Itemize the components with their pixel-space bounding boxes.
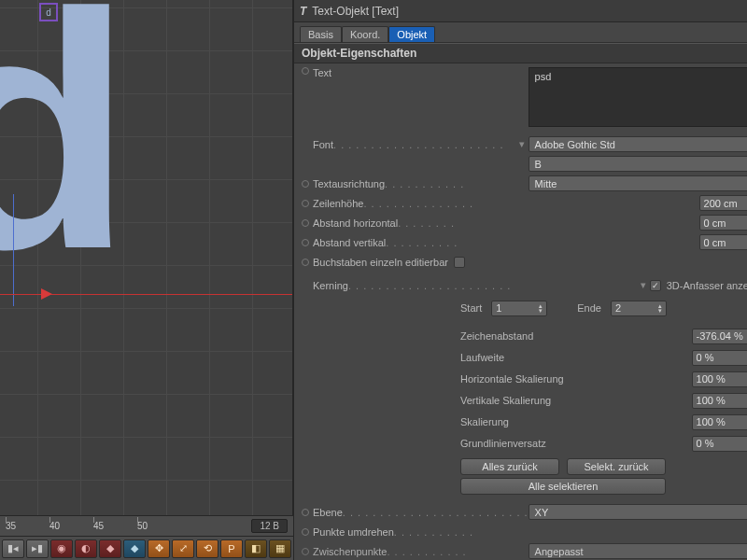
key-options-icon[interactable]: ▦ bbox=[269, 539, 291, 558]
label-charspace: Zeichenabstand bbox=[460, 330, 584, 342]
axis-y-icon bbox=[13, 194, 14, 306]
kerning-start-field[interactable]: 1▴▾ bbox=[491, 301, 547, 316]
label-align: Textausrichtung bbox=[313, 178, 385, 189]
vscale-field[interactable]: 100 %▴▾ bbox=[692, 393, 747, 409]
anim-dot-icon[interactable] bbox=[302, 259, 309, 266]
anim-dot-icon[interactable] bbox=[302, 528, 309, 536]
text-mesh-preview[interactable]: d bbox=[0, 0, 129, 299]
label-scale: Skalierung bbox=[460, 416, 584, 427]
label-intermediate: Zwischenpunkte bbox=[313, 546, 388, 557]
plane-select[interactable]: XY▾ bbox=[529, 504, 747, 520]
kerning-disclosure-icon[interactable]: ▾ bbox=[641, 279, 650, 291]
lineheight-field[interactable]: 200 cm▴▾ bbox=[699, 195, 747, 211]
attribute-header: T Text-Objekt [Text] bbox=[294, 0, 747, 22]
axis-x-arrow-icon[interactable] bbox=[41, 288, 52, 300]
goto-end-button[interactable]: ▸▮ bbox=[26, 539, 49, 558]
selection-handle[interactable]: d bbox=[39, 3, 58, 21]
attribute-manager: T Text-Objekt [Text] Basis Koord. Objekt… bbox=[293, 0, 747, 560]
timeline-ruler[interactable]: 35 40 45 50 12 B bbox=[0, 515, 293, 536]
autokey-button[interactable]: ◐ bbox=[75, 539, 97, 558]
reset-selected-button[interactable]: Selekt. zurück bbox=[567, 458, 666, 475]
key-selection-button[interactable]: ◆ bbox=[123, 539, 146, 558]
timeline-toolbar: ▮◂ ▸▮ ◉ ◐ ◆ ◆ ✥ ⤢ ⟲ P ◧ ▦ bbox=[0, 536, 293, 560]
viewport-3d[interactable]: d d bbox=[0, 0, 293, 515]
key-pla-icon[interactable]: ◧ bbox=[245, 539, 267, 558]
label-edit-single: Buchstaben einzeln editierbar bbox=[313, 257, 448, 268]
ruler-tick: 50 bbox=[137, 521, 181, 531]
label-kerning-start: Start bbox=[460, 302, 482, 314]
hscale-field[interactable]: 100 %▴▾ bbox=[692, 371, 747, 387]
edit-single-checkbox[interactable] bbox=[454, 257, 465, 268]
charspace-field[interactable]: -376.04 %▴▾ bbox=[692, 329, 747, 344]
reset-all-button[interactable]: Alles zurück bbox=[460, 458, 559, 475]
key-position-icon[interactable]: ✥ bbox=[148, 539, 170, 558]
key-rotation-icon[interactable]: ⟲ bbox=[196, 539, 218, 558]
label-baseline: Grundlinienversatz bbox=[460, 438, 584, 449]
label-hscale: Horizontale Skalierung bbox=[460, 373, 584, 385]
object-title: Text-Objekt [Text] bbox=[312, 5, 399, 18]
label-font: Font bbox=[313, 139, 333, 150]
anim-dot-icon[interactable] bbox=[302, 239, 309, 246]
baseline-field[interactable]: 0 %▴▾ bbox=[692, 436, 747, 452]
text-content-input[interactable] bbox=[529, 67, 747, 127]
vspace-field[interactable]: 0 cm▴▾ bbox=[699, 234, 747, 250]
text-align-select[interactable]: Mitte▾ bbox=[529, 175, 747, 191]
label-text: Text bbox=[313, 67, 331, 78]
anim-dot-icon[interactable] bbox=[302, 548, 309, 555]
frame-count-field[interactable]: 12 B bbox=[251, 519, 288, 533]
kerning-end-field[interactable]: 2▴▾ bbox=[611, 301, 667, 316]
goto-start-button[interactable]: ▮◂ bbox=[2, 539, 24, 558]
label-vscale: Vertikale Skalierung bbox=[460, 395, 584, 406]
intermediate-select[interactable]: Angepasst▾ bbox=[529, 543, 747, 559]
record-button[interactable]: ◉ bbox=[50, 539, 73, 558]
font-family-select[interactable]: Adobe Gothic Std▾ bbox=[529, 136, 747, 152]
anim-dot-icon[interactable] bbox=[302, 219, 309, 227]
ruler-tick: 35 bbox=[6, 521, 49, 531]
label-plane: Ebene bbox=[313, 507, 343, 518]
label-reverse-points: Punkte umdrehen bbox=[313, 526, 394, 538]
label-tracking: Laufweite bbox=[460, 352, 584, 363]
attribute-tabs: Basis Koord. Objekt bbox=[294, 22, 747, 43]
tab-koord[interactable]: Koord. bbox=[342, 26, 388, 42]
anim-dot-icon[interactable] bbox=[302, 200, 309, 207]
anim-dot-icon[interactable] bbox=[302, 509, 309, 516]
tracking-field[interactable]: 0 %▴▾ bbox=[692, 350, 747, 366]
label-kerning: Kerning bbox=[313, 280, 348, 291]
anim-dot-icon[interactable] bbox=[302, 180, 309, 188]
label-vspace: Abstand vertikal bbox=[313, 237, 386, 248]
section-header: Objekt-Eigenschaften bbox=[294, 43, 747, 63]
anim-dot-icon[interactable] bbox=[302, 67, 309, 75]
label-lineheight: Zeilenhöhe bbox=[313, 198, 363, 209]
show-3d-handles-checkbox[interactable]: ✓ bbox=[650, 280, 661, 291]
ruler-tick: 45 bbox=[93, 521, 137, 531]
font-weight-select[interactable]: B▾ bbox=[529, 156, 747, 172]
key-params-icon[interactable]: P bbox=[220, 539, 243, 558]
text-object-icon: T bbox=[300, 5, 306, 18]
label-kerning-end: Ende bbox=[577, 302, 601, 314]
tab-objekt[interactable]: Objekt bbox=[388, 26, 435, 42]
hspace-field[interactable]: 0 cm▴▾ bbox=[699, 215, 747, 231]
scale-field[interactable]: 100 %▴▾ bbox=[692, 414, 747, 430]
keyframe-button[interactable]: ◆ bbox=[99, 539, 121, 558]
label-show-3d-handles: 3D-Anfasser anzeigen bbox=[667, 280, 747, 291]
ruler-tick: 40 bbox=[49, 521, 93, 531]
label-hspace: Abstand horizontal bbox=[313, 217, 398, 229]
select-all-button[interactable]: Alle selektieren bbox=[460, 478, 666, 495]
key-scale-icon[interactable]: ⤢ bbox=[172, 539, 194, 558]
font-disclosure-icon[interactable]: ▾ bbox=[519, 138, 529, 150]
tab-basis[interactable]: Basis bbox=[300, 26, 342, 42]
viewport-panel: d d 35 40 45 50 12 B ▮◂ ▸▮ ◉ ◐ ◆ ◆ ✥ ⤢ ⟲… bbox=[0, 0, 293, 560]
